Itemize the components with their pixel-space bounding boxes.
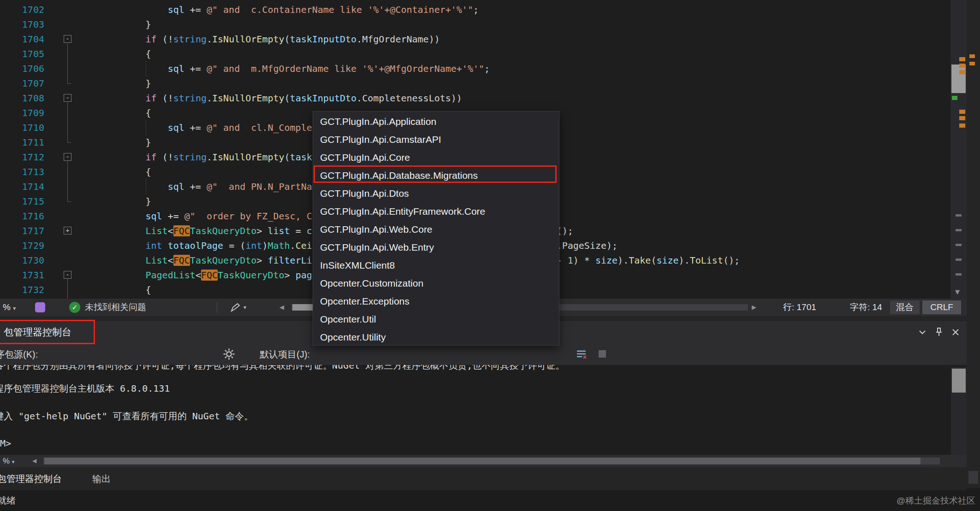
hscroll-left-arrow-icon[interactable]: ◀ — [279, 299, 284, 316]
fold-expand-box[interactable]: + — [64, 227, 71, 235]
panel-position-chevron-icon[interactable] — [917, 327, 928, 338]
zoom-control[interactable]: % ▾ — [3, 299, 16, 317]
ink-edit-icon[interactable] — [230, 302, 241, 312]
line-number: 1705 — [0, 47, 44, 61]
encoding-indicator[interactable]: 混合 — [890, 300, 920, 314]
fold-margin: - — [63, 91, 73, 106]
annotation-mark — [956, 258, 962, 261]
console-prompt[interactable]: PM> — [0, 438, 11, 449]
line-ending-indicator[interactable]: CRLF — [922, 300, 961, 314]
line-number: 1716 — [0, 209, 44, 223]
code-text: sql += @" and c.ContainerName like '%'+@… — [79, 2, 479, 17]
fold-collapse-box[interactable]: - — [64, 153, 71, 161]
annotation-mark — [969, 54, 975, 58]
line-number: 1730 — [0, 253, 44, 268]
char-indicator[interactable]: 字符: 14 — [850, 299, 882, 316]
annotation-mark — [959, 64, 965, 68]
default-project-label: 默认项目(J): — [260, 346, 310, 363]
fold-margin — [63, 47, 73, 61]
console-hscroll-row: % ▾ ◀ — [0, 455, 967, 467]
editor-vertical-scrollbar[interactable]: ▼ — [950, 0, 967, 299]
project-option[interactable]: Opcenter.Customization — [313, 274, 559, 292]
ink-dropdown-caret-icon[interactable]: ▾ — [244, 299, 246, 316]
line-number: 1712 — [0, 150, 44, 164]
fold-margin: - — [63, 268, 73, 282]
pin-icon[interactable] — [933, 327, 944, 338]
fold-margin: + — [63, 223, 73, 238]
code-line[interactable]: 1708- if (!string.IsNullOrEmpty(taskInpu… — [0, 91, 950, 106]
close-icon[interactable] — [950, 327, 961, 338]
fold-collapse-box[interactable]: - — [64, 35, 71, 43]
code-line[interactable]: 1707 } — [0, 76, 950, 91]
fold-margin — [63, 2, 73, 17]
scroll-down-arrow-icon[interactable]: ▼ — [955, 288, 960, 295]
code-text: { — [79, 164, 151, 179]
annotation-mark — [959, 57, 965, 61]
health-check-icon[interactable]: ✓ — [69, 302, 80, 313]
scrollbar-thumb[interactable] — [951, 65, 966, 93]
console-hscroll-left-arrow-icon[interactable]: ◀ — [32, 458, 36, 464]
annotation-mark — [956, 273, 962, 276]
project-option[interactable]: GCT.PlugIn.Api.CamstarAPI — [313, 130, 559, 148]
console-help-line: 键入 "get-help NuGet" 可查看所有可用的 NuGet 命令。 — [0, 410, 253, 423]
line-number: 1704 — [0, 32, 44, 47]
code-line[interactable]: 1705 { — [0, 47, 950, 61]
pmc-console-output[interactable]: 各个程序包分别由其所有者向你授予许可证,每个程序包均有与其相关联的许可证。NuG… — [0, 365, 951, 455]
project-option[interactable]: GCT.PlugIn.Api.Web.Core — [313, 220, 559, 238]
console-host-version: 程序包管理器控制台主机版本 6.8.0.131 — [0, 382, 170, 395]
project-option[interactable]: Opcenter.Util — [313, 310, 559, 328]
line-number: 1706 — [0, 61, 44, 76]
gear-icon[interactable] — [223, 348, 235, 360]
code-line[interactable]: 1703 } — [0, 17, 950, 32]
hscroll-right-arrow-icon[interactable]: ▶ — [752, 299, 756, 316]
console-vertical-scrollbar[interactable] — [951, 367, 967, 455]
fold-guide-line — [67, 101, 68, 142]
ready-text-wrap: 就绪 — [0, 490, 37, 511]
code-line[interactable]: 1706 sql += @" and m.MfgOrderName like '… — [0, 61, 950, 76]
line-number: 1731 — [0, 268, 44, 282]
fold-guide-tick — [67, 142, 71, 143]
fold-margin — [63, 164, 73, 179]
console-banner-text: 各个程序包分别由其所有者向你授予许可证,每个程序包均有与其相关联的许可证。NuG… — [0, 365, 564, 372]
fold-margin — [63, 179, 73, 194]
console-zoom-control[interactable]: % ▾ — [3, 455, 14, 468]
project-option[interactable]: GCT.PlugIn.Api.Dtos — [313, 184, 559, 202]
project-option[interactable]: InSiteXMLClient8 — [313, 256, 559, 274]
annotation-mark — [959, 110, 965, 114]
project-option[interactable]: GCT.PlugIn.Api.Web.Entry — [313, 238, 559, 256]
project-option[interactable]: GCT.PlugIn.Api.EntityFramework.Core — [313, 202, 559, 220]
package-source-label: 程序包源(K): — [0, 346, 38, 363]
line-indicator[interactable]: 行: 1701 — [783, 299, 816, 316]
code-line[interactable]: 1702 sql += @" and c.ContainerName like … — [0, 2, 950, 17]
pmc-toolbar: 程序包源(K): 全部 ▾ 默认项目(J): Api\GCT.PlugIn.Ap… — [0, 343, 967, 365]
line-number: 1717 — [0, 223, 44, 238]
console-hscroll-thumb[interactable] — [44, 458, 921, 464]
annotation-box-panel-title — [0, 320, 95, 344]
project-option[interactable]: GCT.PlugIn.Api.Application — [313, 112, 559, 130]
project-option[interactable]: GCT.PlugIn.Api.Core — [313, 148, 559, 166]
default-project-dropdown-list[interactable]: GCT.PlugIn.Api.ApplicationGCT.PlugIn.Api… — [313, 111, 559, 346]
project-option[interactable]: Opcenter.Utility — [313, 328, 559, 346]
clear-console-icon[interactable] — [576, 348, 588, 360]
scrollbar-thumb[interactable] — [952, 369, 966, 393]
panel-corner-button[interactable] — [968, 471, 978, 484]
tab-label: 包管理器控制台 — [0, 467, 62, 490]
divider — [217, 302, 217, 313]
fold-collapse-box[interactable]: - — [64, 94, 71, 102]
fold-margin — [63, 253, 73, 268]
line-number: 1707 — [0, 76, 44, 91]
code-line[interactable]: 1704- if (!string.IsNullOrEmpty(taskInpu… — [0, 32, 950, 47]
line-number: 1715 — [0, 194, 44, 209]
code-text: { — [79, 282, 151, 297]
health-status-text[interactable]: 未找到相关问题 — [85, 299, 146, 316]
copilot-icon[interactable] — [35, 302, 45, 312]
fold-margin — [63, 61, 73, 76]
annotation-mark — [952, 96, 957, 100]
project-option[interactable]: Opcenter.Exceptions — [313, 292, 559, 310]
tab-package-manager-console[interactable]: 包管理器控制台 — [0, 467, 83, 490]
line-number: 1708 — [0, 91, 44, 106]
console-banner-clip: 各个程序包分别由其所有者向你授予许可证,每个程序包均有与其相关联的许可证。NuG… — [0, 365, 945, 373]
fold-collapse-box[interactable]: - — [64, 271, 71, 279]
fold-margin: - — [63, 32, 73, 47]
tab-output[interactable]: 输出 — [92, 467, 111, 490]
